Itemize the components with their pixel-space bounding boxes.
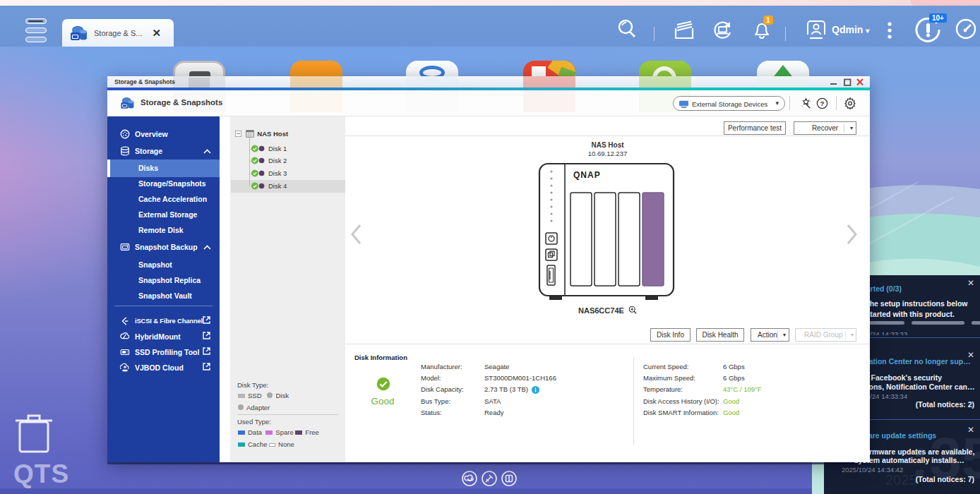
svg-text:QNAP: QNAP [573, 170, 601, 180]
svg-text:?: ? [820, 100, 824, 107]
